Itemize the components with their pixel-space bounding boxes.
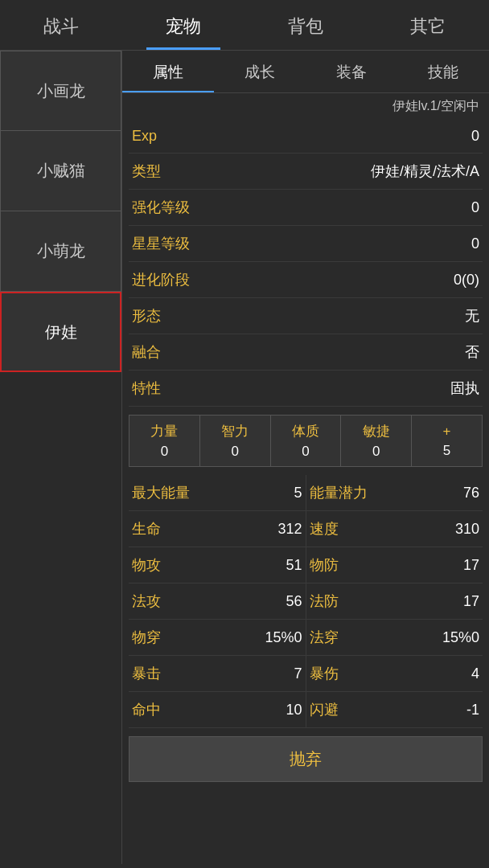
attr-value-plus: 5 bbox=[443, 443, 450, 459]
label-crit-dmg: 暴伤 bbox=[310, 664, 339, 683]
value-ppen: 15%0 bbox=[265, 629, 302, 646]
label-patk: 物攻 bbox=[132, 555, 161, 575]
value-form: 无 bbox=[465, 306, 479, 326]
attr-label-strength: 力量 bbox=[150, 422, 178, 440]
stat-row-exp: Exp 0 bbox=[129, 120, 483, 154]
cell-pdef: 物防 17 bbox=[306, 547, 483, 583]
value-hp: 312 bbox=[277, 521, 302, 538]
tab-other[interactable]: 其它 bbox=[367, 0, 489, 50]
label-crit: 暴击 bbox=[132, 664, 161, 683]
right-panel: 属性 成长 装备 技能 伊娃lv.1/空闲中 Exp 0 类型 伊娃/精灵/法术… bbox=[122, 51, 489, 864]
cell-patk: 物攻 51 bbox=[129, 547, 306, 583]
stat-row-evolve: 进化阶段 0(0) bbox=[129, 262, 483, 298]
attr-cell-con: 体质 0 bbox=[271, 416, 342, 466]
label-max-energy: 最大能量 bbox=[132, 483, 190, 502]
attr-value-agi: 0 bbox=[372, 444, 380, 460]
attr-value-strength: 0 bbox=[161, 444, 168, 460]
label-enhance: 强化等级 bbox=[132, 198, 190, 217]
tab-skill[interactable]: 技能 bbox=[397, 51, 489, 92]
label-evolve: 进化阶段 bbox=[132, 270, 190, 289]
label-exp: Exp bbox=[132, 128, 157, 145]
value-trait: 固执 bbox=[450, 379, 479, 398]
tab-backpack[interactable]: 背包 bbox=[244, 0, 367, 50]
label-type: 类型 bbox=[132, 162, 161, 181]
label-hp: 生命 bbox=[132, 519, 161, 538]
cell-speed: 速度 310 bbox=[306, 511, 483, 547]
cell-crit-dmg: 暴伤 4 bbox=[306, 656, 483, 691]
stat-row-form: 形态 无 bbox=[129, 298, 483, 334]
attr-content: 伊娃lv.1/空闲中 Exp 0 类型 伊娃/精灵/法术/A 强化等级 0 星星… bbox=[122, 93, 489, 864]
value-hit: 10 bbox=[286, 702, 302, 719]
value-evolve: 0(0) bbox=[454, 272, 479, 289]
label-mpen: 法穿 bbox=[310, 628, 339, 647]
value-max-energy: 5 bbox=[294, 485, 302, 502]
label-speed: 速度 bbox=[310, 519, 339, 538]
label-fusion: 融合 bbox=[132, 342, 161, 362]
dual-row-crit: 暴击 7 暴伤 4 bbox=[129, 656, 483, 692]
label-form: 形态 bbox=[132, 306, 161, 326]
sidebar-item-pet1[interactable]: 小画龙 bbox=[0, 51, 121, 131]
cell-energy-potential: 能量潜力 76 bbox=[306, 475, 483, 510]
attr-label-agi: 敏捷 bbox=[363, 422, 390, 440]
value-exp: 0 bbox=[471, 128, 479, 145]
abandon-button[interactable]: 抛弃 bbox=[129, 736, 483, 782]
value-crit-dmg: 4 bbox=[471, 665, 479, 682]
label-hit: 命中 bbox=[132, 700, 161, 719]
value-fusion: 否 bbox=[465, 342, 479, 362]
dual-row-hit: 命中 10 闪避 -1 bbox=[129, 692, 483, 728]
tab-battle[interactable]: 战斗 bbox=[0, 0, 122, 50]
label-pdef: 物防 bbox=[310, 555, 339, 575]
dual-row-energy: 最大能量 5 能量潜力 76 bbox=[129, 475, 483, 511]
attr-cell-agi: 敏捷 0 bbox=[341, 416, 412, 466]
tab-attr[interactable]: 属性 bbox=[122, 51, 214, 92]
value-speed: 310 bbox=[455, 521, 479, 538]
tab-pet[interactable]: 宠物 bbox=[122, 0, 244, 50]
attr-label-int: 智力 bbox=[221, 422, 249, 440]
cell-max-energy: 最大能量 5 bbox=[129, 475, 306, 510]
label-dodge: 闪避 bbox=[310, 700, 339, 719]
cell-mpen: 法穿 15%0 bbox=[306, 620, 483, 655]
attr-label-plus: + bbox=[443, 424, 451, 440]
label-trait: 特性 bbox=[132, 379, 161, 398]
cell-crit: 暴击 7 bbox=[129, 656, 306, 691]
attr-value-int: 0 bbox=[231, 444, 238, 460]
sidebar-item-pet4[interactable]: 伊娃 bbox=[0, 292, 121, 372]
dual-row-patk: 物攻 51 物防 17 bbox=[129, 547, 483, 583]
label-energy-potential: 能量潜力 bbox=[310, 483, 368, 502]
value-pdef: 17 bbox=[463, 557, 479, 574]
value-mpen: 15%0 bbox=[442, 629, 479, 646]
attr-label-con: 体质 bbox=[292, 422, 319, 440]
dual-row-ppen: 物穿 15%0 法穿 15%0 bbox=[129, 620, 483, 656]
label-star: 星星等级 bbox=[132, 234, 190, 253]
pet-sidebar: 小画龙 小贼猫 小萌龙 伊娃 bbox=[0, 51, 122, 864]
stat-row-type: 类型 伊娃/精灵/法术/A bbox=[129, 154, 483, 190]
cell-mdef: 法防 17 bbox=[306, 583, 483, 619]
attr-cell-strength: 力量 0 bbox=[129, 416, 200, 466]
cell-dodge: 闪避 -1 bbox=[306, 692, 483, 727]
cell-matk: 法攻 56 bbox=[129, 583, 306, 619]
value-energy-potential: 76 bbox=[463, 485, 479, 502]
sidebar-item-pet2[interactable]: 小贼猫 bbox=[0, 131, 121, 211]
attribute-grid: 力量 0 智力 0 体质 0 敏捷 0 + 5 bbox=[129, 415, 483, 467]
pet-status: 伊娃lv.1/空闲中 bbox=[129, 93, 483, 120]
sidebar-item-pet3[interactable]: 小萌龙 bbox=[0, 211, 121, 292]
label-ppen: 物穿 bbox=[132, 628, 161, 647]
value-dodge: -1 bbox=[466, 702, 479, 719]
label-mdef: 法防 bbox=[310, 592, 339, 611]
sub-navigation: 属性 成长 装备 技能 bbox=[122, 51, 489, 93]
value-type: 伊娃/精灵/法术/A bbox=[371, 162, 479, 181]
stat-row-star: 星星等级 0 bbox=[129, 226, 483, 262]
cell-hit: 命中 10 bbox=[129, 692, 306, 727]
dual-row-hp: 生命 312 速度 310 bbox=[129, 511, 483, 547]
main-layout: 小画龙 小贼猫 小萌龙 伊娃 属性 成长 装备 技能 伊娃lv.1/空闲中 Ex… bbox=[0, 51, 489, 864]
attr-value-con: 0 bbox=[302, 444, 309, 460]
stat-row-fusion: 融合 否 bbox=[129, 334, 483, 371]
tab-growth[interactable]: 成长 bbox=[214, 51, 306, 92]
value-mdef: 17 bbox=[463, 593, 479, 610]
cell-hp: 生命 312 bbox=[129, 511, 306, 547]
value-matk: 56 bbox=[286, 593, 302, 610]
label-matk: 法攻 bbox=[132, 592, 161, 611]
tab-equip[interactable]: 装备 bbox=[306, 51, 397, 92]
attr-cell-plus[interactable]: + 5 bbox=[412, 416, 482, 466]
dual-row-matk: 法攻 56 法防 17 bbox=[129, 583, 483, 620]
